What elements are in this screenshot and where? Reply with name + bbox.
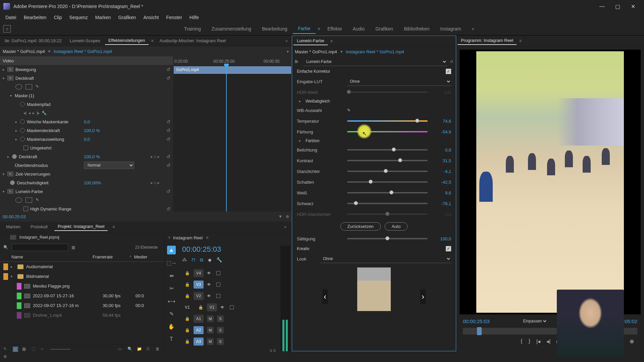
- reset-icon[interactable]: ↺: [166, 75, 170, 81]
- caret-icon[interactable]: ▾: [3, 172, 7, 176]
- weiss-slider[interactable]: [347, 192, 428, 193]
- eye-icon[interactable]: 👁: [220, 305, 226, 310]
- ws-farbe[interactable]: Farbe: [293, 24, 316, 34]
- section-einfache[interactable]: Einfache Korrektur✓: [292, 67, 456, 76]
- razor-tool-icon[interactable]: ✂: [167, 284, 176, 293]
- caret-icon[interactable]: ▾: [3, 76, 7, 80]
- hand-tool-icon[interactable]: ✋: [167, 322, 176, 331]
- menu-fenster[interactable]: Fenster: [163, 13, 185, 21]
- zoom-track[interactable]: [50, 349, 70, 350]
- track-v3[interactable]: 🔒V3👁: [178, 279, 279, 290]
- type-tool-icon[interactable]: T: [167, 335, 176, 344]
- new-bin-icon[interactable]: 📁: [137, 347, 142, 352]
- zoom-icon[interactable]: ⊕: [286, 214, 289, 219]
- solo-button[interactable]: S: [217, 338, 224, 345]
- find-icon[interactable]: 🔍: [127, 347, 133, 352]
- caret-icon[interactable]: ▾: [10, 94, 15, 98]
- mute-button[interactable]: M: [207, 338, 214, 345]
- caret-icon[interactable]: ▸: [3, 68, 7, 71]
- reset-icon[interactable]: ↺: [166, 206, 170, 212]
- list-view-icon[interactable]: ☰: [13, 347, 18, 352]
- edit-icon[interactable]: ✎: [3, 347, 9, 352]
- fit-select[interactable]: Einpassen: [522, 318, 547, 324]
- kf-next-icon[interactable]: ▸: [158, 181, 160, 185]
- mask-ellipse-icon[interactable]: [15, 197, 22, 203]
- reset-icon[interactable]: ↺: [166, 136, 170, 142]
- lock-icon[interactable]: 🔒: [185, 316, 190, 321]
- look-select[interactable]: Ohne: [320, 255, 451, 263]
- section-kreativ[interactable]: Kreativ✓: [292, 244, 456, 253]
- ws-grafiken[interactable]: Grafiken: [370, 24, 398, 34]
- ws-training[interactable]: Training: [179, 24, 206, 34]
- lut-select[interactable]: Ohne: [347, 77, 451, 86]
- search-input[interactable]: [12, 244, 68, 251]
- keyframe-toggle[interactable]: [20, 128, 25, 133]
- tab-lumetri[interactable]: Lumetri-Farbe: [293, 37, 328, 45]
- fx-badge[interactable]: fx: [7, 76, 13, 80]
- goto-in-icon[interactable]: |◂: [536, 338, 540, 345]
- eye-icon[interactable]: 👁: [207, 294, 213, 298]
- umgekehrt-checkbox[interactable]: [23, 145, 28, 150]
- track-v2[interactable]: 🔒V2👁: [178, 290, 279, 302]
- link-icon[interactable]: ⧉: [200, 257, 203, 263]
- sync-lock-icon[interactable]: [216, 283, 220, 287]
- ws-effekte[interactable]: Effekte: [322, 24, 347, 34]
- menu-ansicht[interactable]: Ansicht: [140, 13, 162, 21]
- menu-datei[interactable]: Datei: [2, 13, 20, 21]
- weiche-value[interactable]: 0,0: [84, 119, 90, 124]
- close-button[interactable]: ✕: [625, 1, 641, 11]
- weiss-value[interactable]: 9,6: [431, 190, 451, 195]
- sattigung-value[interactable]: 100,0: [431, 236, 451, 241]
- program-monitor[interactable]: [460, 50, 641, 314]
- kf-add-icon[interactable]: ◇: [154, 181, 156, 185]
- menu-grafiken[interactable]: Grafiken: [115, 13, 140, 21]
- tab-source[interactable]: lle: GoPro1.mp4: 00:00:19:22: [1, 37, 65, 45]
- tab-mixer[interactable]: Audioclip-Mischer: Instagram Reel: [156, 37, 229, 45]
- caret-icon[interactable]: ▾: [299, 139, 303, 143]
- home-icon[interactable]: ⌂: [3, 25, 11, 33]
- fx-badge[interactable]: fx: [7, 67, 13, 72]
- chevron-down-icon[interactable]: ▾: [48, 49, 50, 54]
- menu-marken[interactable]: Marken: [92, 13, 114, 21]
- list-item[interactable]: ▸Audiomaterial: [3, 262, 164, 272]
- tab-program[interactable]: Programm: Instagram Reel: [458, 37, 517, 45]
- tab-overflow-icon[interactable]: »: [281, 225, 289, 229]
- track-next-icon[interactable]: |▸: [37, 111, 40, 115]
- col-framerate[interactable]: Framerate: [93, 254, 129, 259]
- caret-icon[interactable]: ▸: [15, 137, 20, 141]
- tab-menu-icon[interactable]: ≡: [206, 235, 208, 240]
- minimize-button[interactable]: —: [594, 1, 610, 11]
- sattigung-slider[interactable]: [347, 238, 428, 239]
- auto-button[interactable]: Auto: [385, 222, 408, 231]
- prev-look-icon[interactable]: ‹: [322, 289, 328, 304]
- maximize-button[interactable]: ▢: [610, 1, 625, 11]
- reset-icon[interactable]: ↺: [166, 67, 170, 72]
- search-icon[interactable]: 🔍: [3, 245, 8, 250]
- deckkraft2-value[interactable]: 100,0 %: [84, 154, 100, 159]
- blend-select[interactable]: Normal: [84, 162, 134, 169]
- lock-icon[interactable]: 🔒: [185, 339, 190, 344]
- track-back-icon[interactable]: ◂|: [23, 111, 26, 115]
- mark-in-icon[interactable]: {: [521, 338, 522, 344]
- list-item[interactable]: ▾Bildmaterial: [3, 272, 164, 281]
- reset-icon[interactable]: ↺: [166, 189, 170, 194]
- sync-lock-icon[interactable]: [216, 271, 220, 275]
- magnet-icon[interactable]: ⊓: [192, 257, 195, 263]
- caret-icon[interactable]: ▸: [15, 120, 20, 124]
- menu-clip[interactable]: Clip: [50, 13, 65, 21]
- keyframe-toggle[interactable]: [12, 154, 17, 159]
- ws-audio[interactable]: Audio: [347, 24, 370, 34]
- zoom-slider[interactable]: ○: [41, 347, 46, 352]
- caret-icon[interactable]: ▸: [15, 129, 20, 132]
- maskendeckkraft[interactable]: Maskendeckkraft: [27, 128, 60, 133]
- sync-lock-icon[interactable]: [230, 305, 234, 309]
- gear-icon[interactable]: ⚙: [3, 354, 7, 359]
- col-name[interactable]: Name: [11, 254, 93, 259]
- pen-tool-icon[interactable]: ✎: [167, 309, 176, 318]
- mask-rect-icon[interactable]: [25, 197, 32, 203]
- glanzlichter-value[interactable]: -4,1: [431, 169, 451, 174]
- caret-icon[interactable]: ▾: [3, 190, 7, 193]
- tab-menu-icon[interactable]: ≡: [111, 225, 116, 229]
- mask-label[interactable]: Maske (1): [15, 93, 34, 98]
- zeit-verzerrungen[interactable]: Zeit-Verzerrungen: [15, 172, 50, 177]
